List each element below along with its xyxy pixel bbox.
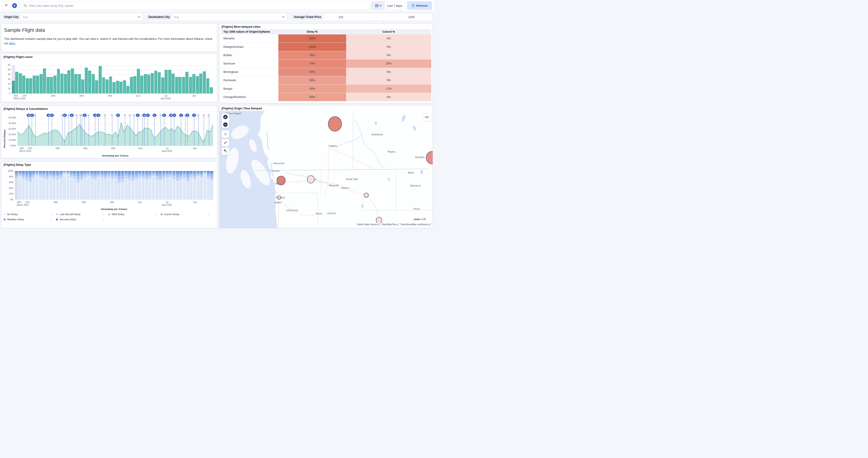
delay-type-segment[interactable] xyxy=(107,171,111,172)
flight-count-bar[interactable] xyxy=(60,73,63,93)
delay-type-segment[interactable] xyxy=(159,177,162,180)
delay-type-segment[interactable] xyxy=(80,171,83,172)
delay-type-segment[interactable] xyxy=(190,175,193,178)
delay-type-segment[interactable] xyxy=(138,177,141,200)
delay-type-segment[interactable] xyxy=(36,171,39,172)
delay-type-segment[interactable] xyxy=(22,176,25,179)
delay-type-segment[interactable] xyxy=(107,174,111,175)
delay-type-segment[interactable] xyxy=(159,173,162,175)
delay-type-segment[interactable] xyxy=(176,171,179,172)
delay-type-segment[interactable] xyxy=(196,172,200,173)
delay-type-segment[interactable] xyxy=(60,172,63,173)
delay-type-segment[interactable] xyxy=(101,172,104,173)
delay-type-segment[interactable] xyxy=(70,177,73,200)
delay-type-segment[interactable] xyxy=(18,173,22,175)
cancel-cell[interactable]: 25% xyxy=(346,60,431,67)
delay-type-segment[interactable] xyxy=(152,171,155,172)
delay-type-segment[interactable] xyxy=(70,171,73,172)
delay-type-segment[interactable] xyxy=(39,174,42,175)
delay-type-segment[interactable] xyxy=(121,174,124,176)
delay-type-segment[interactable] xyxy=(90,172,93,173)
destination-city-control[interactable]: Destination City Any xyxy=(145,13,287,21)
annotation-warning-icon[interactable]: ⚠ xyxy=(159,113,162,117)
delay-type-segment[interactable] xyxy=(97,177,100,200)
delay-type-segment[interactable] xyxy=(145,180,148,200)
city-cell[interactable]: Rochester xyxy=(221,76,278,84)
delay-type-segment[interactable] xyxy=(207,179,210,200)
delay-type-segment[interactable] xyxy=(107,175,111,177)
flight-count-bar[interactable] xyxy=(140,75,143,93)
delay-type-segment[interactable] xyxy=(77,171,80,172)
delay-type-segment[interactable] xyxy=(111,175,114,176)
delay-type-segment[interactable] xyxy=(176,173,179,175)
delay-type-segment[interactable] xyxy=(77,172,80,174)
delay-type-segment[interactable] xyxy=(162,174,165,176)
delay-type-segment[interactable] xyxy=(118,183,121,200)
delay-type-segment[interactable] xyxy=(60,178,63,200)
annotation-warning-icon[interactable]: ⚠ xyxy=(208,113,210,117)
legend-options-icon[interactable]: ⋮ xyxy=(102,213,105,216)
delay-type-segment[interactable] xyxy=(70,174,73,175)
map-fit-data-button[interactable] xyxy=(222,139,229,146)
delay-type-segment[interactable] xyxy=(56,173,59,175)
delay-type-segment[interactable] xyxy=(84,175,87,178)
annotation-warning-icon[interactable]: ⚠ xyxy=(203,113,205,117)
delay-data-circle[interactable] xyxy=(277,176,285,185)
flight-count-bar[interactable] xyxy=(85,67,88,93)
delay-type-segment[interactable] xyxy=(196,176,200,200)
delay-type-segment[interactable] xyxy=(183,172,186,173)
delay-type-segment[interactable] xyxy=(15,171,18,172)
flight-count-bar[interactable] xyxy=(46,77,50,93)
delay-type-segment[interactable] xyxy=(193,171,196,172)
flight-count-bar[interactable] xyxy=(203,71,206,93)
delay-type-segment[interactable] xyxy=(104,179,107,200)
delay-type-segment[interactable] xyxy=(53,172,56,173)
delay-type-segment[interactable] xyxy=(56,171,59,172)
delay-type-segment[interactable] xyxy=(63,173,66,173)
delay-type-segment[interactable] xyxy=(36,172,39,173)
delay-type-segment[interactable] xyxy=(114,176,117,178)
delay-type-segment[interactable] xyxy=(104,171,107,172)
delay-type-segment[interactable] xyxy=(56,175,59,177)
flight-count-bar[interactable] xyxy=(81,80,84,94)
delay-type-segment[interactable] xyxy=(53,171,56,172)
delay-type-segment[interactable] xyxy=(104,176,107,179)
flight-count-bar[interactable] xyxy=(168,70,171,93)
delay-type-segment[interactable] xyxy=(80,180,83,200)
delay-type-segment[interactable] xyxy=(36,174,39,176)
delay-type-segment[interactable] xyxy=(200,172,203,173)
delay-type-segment[interactable] xyxy=(104,173,107,174)
delay-type-segment[interactable] xyxy=(66,171,69,172)
delay-type-segment[interactable] xyxy=(97,172,100,173)
delay-type-segment[interactable] xyxy=(107,177,111,200)
city-cell[interactable]: Memphis xyxy=(221,34,278,42)
delay-type-segment[interactable] xyxy=(145,175,148,177)
flight-count-bar[interactable] xyxy=(39,74,43,93)
flight-count-bar[interactable] xyxy=(126,86,129,93)
delay-type-segment[interactable] xyxy=(46,173,49,175)
delay-type-segment[interactable] xyxy=(210,175,213,177)
delay-type-segment[interactable] xyxy=(46,177,49,179)
delay-type-segment[interactable] xyxy=(179,180,182,200)
flight-count-bar[interactable] xyxy=(99,66,102,93)
delay-type-segment[interactable] xyxy=(70,175,73,177)
delay-type-segment[interactable] xyxy=(53,176,56,179)
legend-options-icon[interactable]: ⋮ xyxy=(102,218,105,221)
legend-item[interactable]: Late Aircraft Delay⋮ xyxy=(56,213,108,216)
attribution-link[interactable]: , OpenStreetMap contributors xyxy=(399,223,429,226)
delay-type-segment[interactable] xyxy=(186,172,189,173)
flight-count-bar[interactable] xyxy=(57,69,60,93)
delay-type-segment[interactable] xyxy=(138,172,141,173)
delay-type-segment[interactable] xyxy=(210,171,213,172)
flight-count-bar[interactable] xyxy=(172,73,175,93)
delay-type-segment[interactable] xyxy=(166,174,169,175)
city-cell[interactable]: Raleigh/Durham xyxy=(221,43,278,51)
delay-type-segment[interactable] xyxy=(190,172,193,173)
flight-count-bar[interactable] xyxy=(189,77,192,93)
delay-type-segment[interactable] xyxy=(73,173,76,174)
delay-type-segment[interactable] xyxy=(207,172,210,173)
delay-type-segment[interactable] xyxy=(60,176,63,178)
annotation-count-badge[interactable]: 2 xyxy=(146,114,150,117)
delay-type-segment[interactable] xyxy=(162,179,165,200)
delay-type-segment[interactable] xyxy=(53,174,56,176)
